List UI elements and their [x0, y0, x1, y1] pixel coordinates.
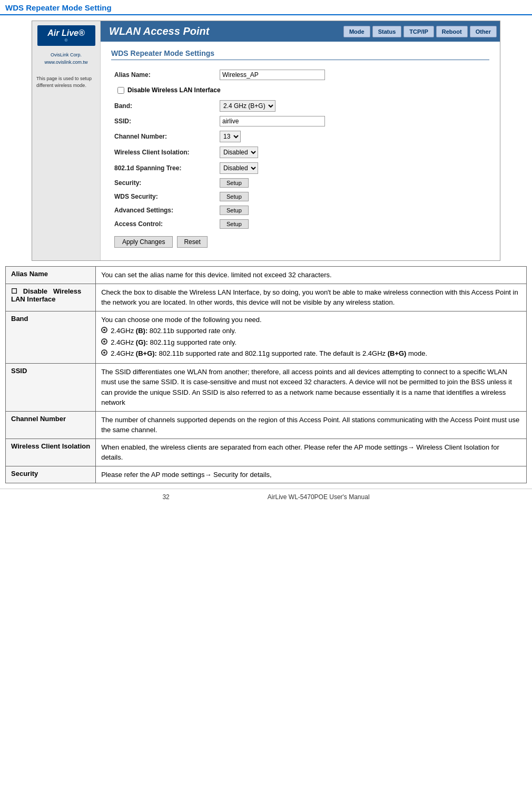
page-title: WDS Repeater Mode Setting [0, 0, 532, 15]
main-panel: WLAN Access Point Mode Status TCP/IP Reb… [101, 21, 500, 260]
channel-row: Channel Number: 1 2 3 4 5 6 7 8 [111, 129, 489, 144]
ssid-value-cell: airlive [216, 114, 489, 129]
def-isolation: When enabled, the wireless clients are s… [96, 439, 527, 466]
band-bullet-g: 2.4GHz (G): 802.11g supported rate only. [101, 337, 521, 348]
isolation-value-cell: Disabled Enabled [216, 144, 489, 160]
band-bg-text: 2.4GHz (B+G): 802.11b supported rate and… [111, 348, 427, 359]
nav-bar: WLAN Access Point Mode Status TCP/IP Reb… [101, 21, 500, 42]
action-row: Apply Changes Reset [111, 231, 489, 253]
security-setup-button[interactable]: Setup [220, 178, 249, 188]
desc-row-ssid: SSID The SSID differentiates one WLAN fr… [6, 363, 527, 411]
device-screenshot: Air Live® ® OvisLink Corp. www.ovislink.… [32, 21, 500, 261]
def-security: Please refer the AP mode settings→ Secur… [96, 466, 527, 483]
content-area: WDS Repeater Mode Settings Alias Name: W… [101, 42, 500, 260]
security-row: Security: Setup [111, 176, 489, 190]
term-ssid: SSID [6, 363, 96, 411]
wds-security-setup-button[interactable]: Setup [220, 192, 249, 201]
term-alias: Alias Name [6, 267, 96, 284]
radio-bg-icon [101, 349, 107, 356]
disable-wireless-label: Disable Wireless LAN Interface [127, 86, 221, 94]
advanced-label: Advanced Settings: [111, 203, 216, 217]
company-name: OvisLink Corp. [51, 52, 82, 57]
def-disable: Check the box to disable the Wireless LA… [96, 284, 527, 311]
alias-name-input[interactable]: Wireless_AP [220, 70, 325, 80]
description-table: Alias Name You can set the alias name fo… [5, 266, 527, 483]
spanning-label: 802.1d Spanning Tree: [111, 160, 216, 176]
advanced-value-cell: Setup [216, 203, 489, 217]
section-title: WDS Repeater Mode Settings [111, 49, 489, 60]
isolation-select[interactable]: Disabled Enabled [220, 147, 258, 158]
def-alias: You can set the alias name for this devi… [96, 267, 527, 284]
term-security: Security [6, 466, 96, 483]
band-value-cell: 2.4 GHz (B) 2.4 GHz (G) 2.4 GHz (B+G) [216, 98, 489, 114]
access-label: Access Control: [111, 217, 216, 231]
ssid-label: SSID: [111, 114, 216, 129]
def-channel: The number of channels supported depends… [96, 411, 527, 439]
desc-row-disable: ☐ Disable WirelessLAN Interface Check th… [6, 284, 527, 311]
term-channel: Channel Number [6, 411, 96, 439]
radio-g-icon [101, 338, 107, 345]
band-row: Band: 2.4 GHz (B) 2.4 GHz (G) 2.4 GHz (B… [111, 98, 489, 114]
spanning-select[interactable]: Disabled Enabled [220, 162, 258, 174]
band-g-text: 2.4GHz (G): 802.11g supported rate only. [111, 337, 237, 348]
wds-security-row: WDS Security: Setup [111, 190, 489, 203]
band-select[interactable]: 2.4 GHz (B) 2.4 GHz (G) 2.4 GHz (B+G) [220, 100, 275, 112]
advanced-row: Advanced Settings: Setup [111, 203, 489, 217]
device-ui: Air Live® ® OvisLink Corp. www.ovislink.… [32, 21, 500, 260]
ssid-input[interactable]: airlive [220, 116, 325, 126]
desc-row-security: Security Please refer the AP mode settin… [6, 466, 527, 483]
term-isolation: Wireless Client Isolation [6, 439, 96, 466]
security-label: Security: [111, 176, 216, 190]
logo-area: Air Live® ® [37, 25, 95, 46]
access-setup-button[interactable]: Setup [220, 219, 249, 229]
settings-form: Alias Name: Wireless_AP Disable Wireless… [111, 67, 489, 231]
access-row: Access Control: Setup [111, 217, 489, 231]
reset-button[interactable]: Reset [177, 236, 207, 248]
sidebar-panel: Air Live® ® OvisLink Corp. www.ovislink.… [32, 21, 101, 260]
term-band: Band [6, 311, 96, 363]
nav-tabs: Mode Status TCP/IP Reboot Other [342, 25, 500, 38]
desc-row-band: Band You can choose one mode of the foll… [6, 311, 527, 363]
band-b-text: 2.4GHz (B): 802.11b supported rate only. [111, 326, 236, 336]
alias-name-label: Alias Name: [111, 67, 216, 82]
apply-changes-button[interactable]: Apply Changes [114, 236, 173, 248]
page-number: 32 [162, 493, 169, 501]
spanning-value-cell: Disabled Enabled [216, 160, 489, 176]
disable-wireless-checkbox-row: Disable Wireless LAN Interface [114, 84, 486, 96]
sidebar-info: This page is used to setup different wir… [36, 75, 96, 89]
channel-select[interactable]: 1 2 3 4 5 6 7 8 9 10 11 [220, 131, 241, 142]
nav-tab-mode[interactable]: Mode [343, 26, 370, 37]
desc-row-alias: Alias Name You can set the alias name fo… [6, 267, 527, 284]
disable-wireless-checkbox[interactable] [117, 87, 124, 94]
manual-text: AirLive WL-5470POE User's Manual [268, 493, 370, 501]
disable-wireless-row: Disable Wireless LAN Interface [111, 82, 489, 98]
alias-name-value-cell: Wireless_AP [216, 67, 489, 82]
company-website: www.ovislink.com.tw [44, 60, 87, 65]
def-ssid: The SSID differentiates one WLAN from an… [96, 363, 527, 411]
term-disable: ☐ Disable WirelessLAN Interface [6, 284, 96, 311]
advanced-setup-button[interactable]: Setup [220, 206, 249, 215]
page-footer: 32 AirLive WL-5470POE User's Manual [0, 489, 532, 505]
ssid-row: SSID: airlive [111, 114, 489, 129]
band-bullet-bg: 2.4GHz (B+G): 802.11b supported rate and… [101, 348, 521, 359]
spanning-row: 802.1d Spanning Tree: Disabled Enabled [111, 160, 489, 176]
brand-sub: ® [40, 38, 93, 43]
desc-row-channel: Channel Number The number of channels su… [6, 411, 527, 439]
isolation-label: Wireless Client Isolation: [111, 144, 216, 160]
access-value-cell: Setup [216, 217, 489, 231]
band-label: Band: [111, 98, 216, 114]
channel-label: Channel Number: [111, 129, 216, 144]
channel-value-cell: 1 2 3 4 5 6 7 8 9 10 11 [216, 129, 489, 144]
alias-name-row: Alias Name: Wireless_AP [111, 67, 489, 82]
nav-tab-status[interactable]: Status [372, 26, 402, 37]
security-value-cell: Setup [216, 176, 489, 190]
wds-security-label: WDS Security: [111, 190, 216, 203]
band-intro: You can choose one mode of the following… [101, 315, 521, 325]
nav-title: WLAN Access Point [101, 21, 342, 42]
nav-tab-tcpip[interactable]: TCP/IP [403, 26, 434, 37]
brand-logo: Air Live® [40, 28, 93, 38]
nav-tab-reboot[interactable]: Reboot [436, 26, 468, 37]
wds-security-value-cell: Setup [216, 190, 489, 203]
nav-tab-other[interactable]: Other [470, 26, 497, 37]
disable-wireless-cell: Disable Wireless LAN Interface [111, 82, 489, 98]
